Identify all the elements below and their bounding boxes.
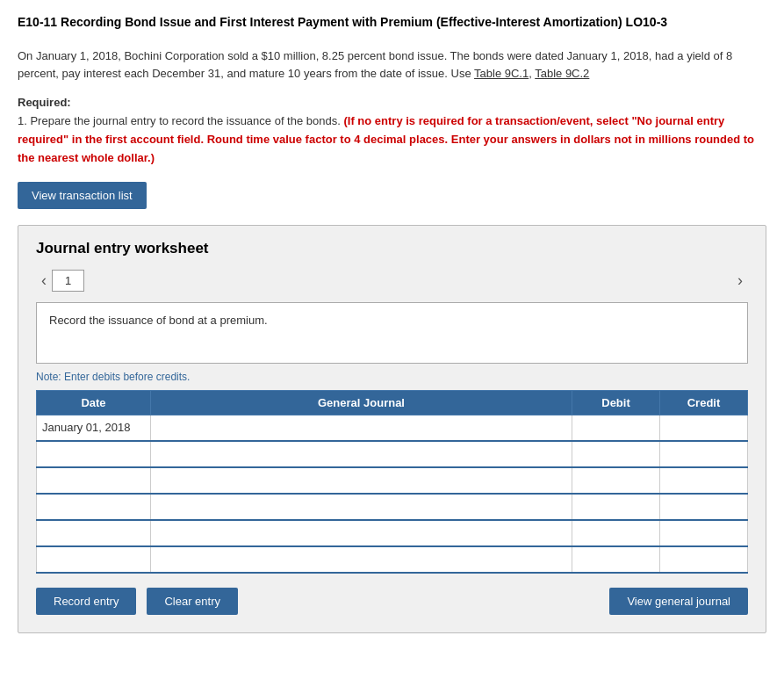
table-row	[37, 441, 748, 467]
journal-table: Date General Journal Debit Credit Januar…	[36, 390, 748, 574]
col-header-debit: Debit	[572, 390, 660, 415]
col-header-general-journal: General Journal	[151, 390, 572, 415]
table-row	[37, 467, 748, 494]
credit-input-1[interactable]	[660, 415, 747, 441]
journal-input-4[interactable]	[151, 495, 572, 519]
view-general-journal-button[interactable]: View general journal	[609, 588, 748, 615]
col-header-date: Date	[37, 390, 151, 415]
debit-cell-3[interactable]	[572, 467, 660, 494]
table-row	[37, 520, 748, 546]
debit-input-1[interactable]	[572, 415, 659, 441]
debit-cell-1[interactable]	[572, 415, 660, 441]
note-text: Note: Enter debits before credits.	[36, 371, 748, 383]
debit-input-2[interactable]	[572, 442, 659, 466]
button-row: Record entry Clear entry View general jo…	[36, 588, 748, 615]
journal-input-3[interactable]	[151, 468, 572, 493]
record-entry-button[interactable]: Record entry	[36, 588, 136, 615]
credit-cell-4[interactable]	[660, 494, 748, 520]
journal-input-6[interactable]	[151, 547, 572, 572]
journal-cell-1[interactable]	[151, 415, 572, 441]
journal-input-2[interactable]	[151, 442, 572, 466]
credit-input-5[interactable]	[660, 521, 747, 545]
debit-cell-5[interactable]	[572, 520, 660, 546]
col-header-credit: Credit	[660, 390, 748, 415]
credit-cell-3[interactable]	[660, 467, 748, 494]
journal-cell-3[interactable]	[151, 467, 572, 494]
table-9c1-link[interactable]: Table 9C.1	[474, 67, 529, 80]
worksheet-container: Journal entry worksheet ‹ 1 › Record the…	[18, 225, 766, 634]
credit-input-4[interactable]	[660, 495, 747, 519]
credit-cell-2[interactable]	[660, 441, 748, 467]
debit-cell-2[interactable]	[572, 441, 660, 467]
problem-text: On January 1, 2018, Bochini Corporation …	[18, 47, 766, 84]
journal-cell-5[interactable]	[151, 520, 572, 546]
entry-description: Record the issuance of bond at a premium…	[36, 302, 748, 364]
prev-tab-button[interactable]: ‹	[36, 271, 52, 290]
journal-input-5[interactable]	[151, 521, 572, 545]
credit-input-2[interactable]	[660, 442, 747, 466]
worksheet-title: Journal entry worksheet	[36, 240, 748, 257]
credit-input-6[interactable]	[660, 547, 747, 572]
date-cell-2	[37, 441, 151, 467]
credit-cell-5[interactable]	[660, 520, 748, 546]
journal-cell-4[interactable]	[151, 494, 572, 520]
date-cell-3	[37, 467, 151, 494]
page-title: E10-11 Recording Bond Issue and First In…	[18, 14, 766, 32]
date-cell-6	[37, 546, 151, 573]
debit-input-3[interactable]	[572, 468, 659, 493]
required-label: Required:	[18, 96, 766, 109]
instruction-text: 1. Prepare the journal entry to record t…	[18, 112, 766, 167]
date-cell-4	[37, 494, 151, 520]
debit-cell-4[interactable]	[572, 494, 660, 520]
credit-input-3[interactable]	[660, 468, 747, 493]
journal-cell-6[interactable]	[151, 546, 572, 573]
debit-input-5[interactable]	[572, 521, 659, 545]
table-9c2-link[interactable]: Table 9C.2	[535, 67, 589, 80]
clear-entry-button[interactable]: Clear entry	[147, 588, 238, 615]
debit-input-4[interactable]	[572, 495, 659, 519]
debit-cell-6[interactable]	[572, 546, 660, 573]
date-cell-5	[37, 520, 151, 546]
tab-number: 1	[52, 270, 84, 292]
date-cell-1: January 01, 2018	[37, 415, 151, 441]
tab-navigation: ‹ 1 ›	[36, 270, 748, 292]
table-row: January 01, 2018	[37, 415, 748, 441]
table-row	[37, 494, 748, 520]
next-tab-button[interactable]: ›	[732, 271, 748, 290]
journal-cell-2[interactable]	[151, 441, 572, 467]
credit-cell-1[interactable]	[660, 415, 748, 441]
credit-cell-6[interactable]	[660, 546, 748, 573]
journal-input-1[interactable]	[151, 415, 572, 441]
table-row	[37, 546, 748, 573]
view-transaction-button[interactable]: View transaction list	[18, 182, 147, 209]
debit-input-6[interactable]	[572, 547, 659, 572]
